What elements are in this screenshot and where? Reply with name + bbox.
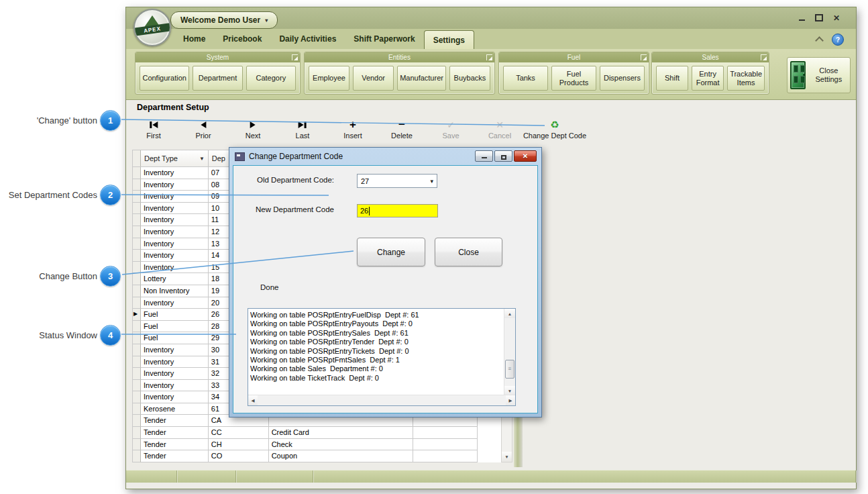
cell-dept-type: Tender: [141, 450, 209, 462]
scroll-up-icon[interactable]: ▲: [504, 309, 515, 318]
ribbon-group-header: Sales: [652, 52, 769, 62]
tab-shift-paperwork[interactable]: Shift Paperwork: [345, 29, 423, 49]
close-button[interactable]: Close: [435, 238, 502, 266]
cell-dept-type: Inventory: [141, 262, 209, 274]
toolbar-button-label: Next: [246, 132, 261, 140]
toolbar-button-label: Prior: [195, 132, 211, 140]
toolbar-button-first[interactable]: First: [146, 120, 160, 140]
new-department-code-input[interactable]: 26: [357, 204, 438, 217]
table-row[interactable]: TenderCHCheck: [133, 439, 478, 451]
old-department-code-label: Old Department Code:: [257, 176, 334, 184]
tab-pricebook[interactable]: Pricebook: [214, 29, 270, 49]
cell-dept-type: Lottery: [141, 273, 209, 285]
prior-record-icon: [201, 120, 206, 130]
cell-dept-code: CH: [209, 439, 269, 451]
change-button[interactable]: Change: [357, 238, 425, 266]
scroll-down-icon[interactable]: ▼: [502, 452, 512, 462]
ribbon-group-sales: SalesShiftEntry FormatTrackable Items: [651, 52, 769, 95]
callout-number-badge: 4: [100, 325, 121, 346]
toolbar-button-change-dept-code[interactable]: ♻Change Dept Code: [523, 120, 586, 140]
chevron-up-icon[interactable]: [815, 36, 824, 45]
toolbar-button-last[interactable]: Last: [296, 120, 310, 140]
dialog-minimize-icon[interactable]: [475, 150, 493, 162]
toolbar-button-next[interactable]: Next: [246, 120, 261, 140]
log-line: Working on table POSRptEntrySales Dept #…: [250, 329, 503, 338]
log-line: Working on table TicketTrack Dept #: 0: [250, 374, 503, 383]
scroll-right-icon[interactable]: ▶: [506, 395, 515, 405]
minimize-icon[interactable]: [799, 19, 805, 21]
cell-dept-type: Inventory: [141, 203, 209, 215]
ribbon-group-title: Entities: [388, 54, 411, 61]
callout-set-department-codes: Set Department Codes2: [0, 185, 121, 205]
last-record-icon: [299, 120, 307, 130]
dialog-body: Old Department Code: 27 ▾ New Department…: [233, 165, 538, 413]
log-line: Working on table POSRptEntryFuelDisp Dep…: [250, 311, 503, 319]
tab-strip: HomePricebookDaily ActivitiesShift Paper…: [174, 29, 474, 49]
close-icon[interactable]: ✕: [833, 15, 840, 21]
cell-dept-type: Inventory: [141, 214, 209, 226]
old-department-code-select[interactable]: 27 ▾: [357, 174, 437, 188]
ribbon: SystemConfigurationDepartmentCategoryEnt…: [126, 49, 856, 100]
welcome-user-label: Welcome Demo User: [180, 15, 260, 25]
cell-dept-type: Kerosene: [141, 403, 209, 415]
dialog-launcher-icon[interactable]: [486, 54, 492, 60]
scroll-thumb[interactable]: ≡: [505, 360, 514, 379]
scroll-left-icon[interactable]: ◀: [248, 395, 258, 405]
help-icon[interactable]: ?: [832, 34, 844, 46]
apex-logo: APEX: [133, 9, 171, 46]
toolbar-button-delete[interactable]: −Delete: [391, 120, 413, 140]
annotation-callouts: 'Change' button1Set Department Codes2Cha…: [0, 0, 134, 494]
ribbon-button-category[interactable]: Category: [246, 66, 296, 91]
status-log-listbox[interactable]: Working on table POSRptEntryFuelDisp Dep…: [248, 308, 516, 406]
insert-record-icon: +: [349, 120, 356, 130]
table-row[interactable]: TenderCOCoupon: [133, 450, 478, 462]
dropdown-arrow-icon[interactable]: ▾: [430, 178, 433, 185]
dialog-maximize-icon[interactable]: [494, 150, 512, 162]
ribbon-button-trackable-items[interactable]: Trackable Items: [727, 66, 765, 91]
toolbar-button-label: Insert: [343, 132, 362, 140]
listbox-horizontal-scrollbar[interactable]: ◀ ▶: [248, 395, 515, 405]
ribbon-button-tanks[interactable]: Tanks: [503, 66, 548, 91]
ribbon-button-dispensers[interactable]: Dispensers: [600, 66, 645, 91]
ribbon-group-header: Entities: [305, 52, 494, 62]
tab-settings[interactable]: Settings: [424, 30, 474, 49]
sort-arrow-icon[interactable]: ▼: [199, 156, 205, 162]
cell-description: Coupon: [269, 450, 414, 462]
ribbon-button-vendor[interactable]: Vendor: [353, 66, 394, 91]
ribbon-button-employee[interactable]: Employee: [309, 66, 349, 91]
callout-label: Change Button: [39, 271, 97, 281]
scroll-down-icon[interactable]: ▼: [504, 386, 515, 395]
close-settings-button[interactable]: Close Settings: [787, 57, 851, 93]
toolbar-button-save: ✓Save: [442, 120, 459, 140]
ribbon-button-configuration[interactable]: Configuration: [140, 66, 189, 91]
dialog-close-icon[interactable]: ✕: [514, 150, 537, 162]
listbox-vertical-scrollbar[interactable]: ▲ ≡ ▼: [504, 309, 515, 395]
status-segment: [177, 471, 236, 483]
cell-dept-type: Fuel: [141, 321, 209, 333]
cell-description: Check: [269, 439, 414, 451]
ribbon-tab-row: HomePricebookDaily ActivitiesShift Paper…: [126, 29, 856, 49]
ribbon-button-manufacturer[interactable]: Manufacturer: [397, 66, 446, 91]
cell-dept-type: Non Inventory: [141, 285, 209, 297]
tab-home[interactable]: Home: [174, 29, 214, 49]
ribbon-button-department[interactable]: Department: [193, 66, 242, 91]
toolbar-button-insert[interactable]: +Insert: [343, 120, 362, 140]
status-label: Done: [260, 283, 279, 291]
dialog-launcher-icon[interactable]: [761, 54, 767, 60]
grid-header-dept-type[interactable]: Dept Type ▼: [141, 150, 209, 166]
toolbar-button-label: Change Dept Code: [523, 132, 586, 140]
ribbon-button-buybacks[interactable]: Buybacks: [449, 66, 490, 91]
toolbar-button-prior[interactable]: Prior: [195, 120, 211, 140]
tab-daily-activities[interactable]: Daily Activities: [270, 29, 345, 49]
ribbon-group-title: System: [207, 54, 229, 61]
dialog-titlebar[interactable]: Change Department Code ✕: [229, 148, 541, 165]
dialog-launcher-icon[interactable]: [292, 54, 298, 60]
table-row[interactable]: TenderCCCredit Card: [133, 427, 478, 439]
callout-label: Status Window: [39, 330, 97, 340]
maximize-icon[interactable]: [815, 14, 823, 21]
welcome-user-button[interactable]: Welcome Demo User ▾: [170, 11, 278, 29]
ribbon-button-shift[interactable]: Shift: [656, 66, 688, 91]
ribbon-button-entry-format[interactable]: Entry Format: [692, 66, 724, 91]
dialog-launcher-icon[interactable]: [641, 54, 647, 60]
ribbon-button-fuel-products[interactable]: Fuel Products: [551, 66, 596, 91]
